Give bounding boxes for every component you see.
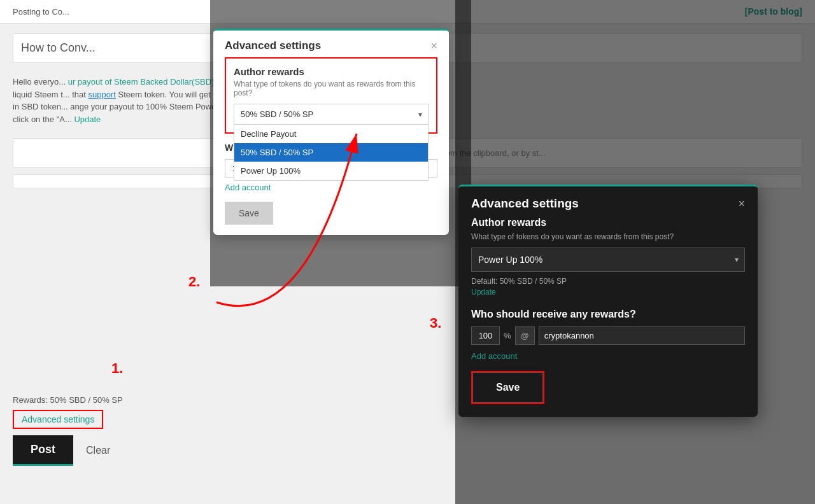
post-button[interactable]: Post: [13, 435, 73, 466]
at-symbol-2: @: [515, 326, 535, 345]
dropdown-option-powerup[interactable]: Power Up 100%: [234, 162, 428, 180]
modal-1-header: Advanced settings ×: [213, 31, 449, 57]
modal-2-close-button[interactable]: ×: [738, 198, 745, 209]
rewards-dropdown-wrapper-1: 50% SBD / 50% SP ▾ Decline Payout 50% SB…: [234, 104, 429, 125]
step-3-label: 3.: [430, 315, 441, 332]
author-rewards-title-1: Author rewards: [234, 66, 429, 77]
default-info-2: Default: 50% SBD / 50% SP: [471, 277, 745, 286]
rewards-section-title-2: Who should receive any rewards?: [471, 309, 745, 320]
author-rewards-desc-2: What type of tokens do you want as rewar…: [471, 232, 745, 241]
header-title: Posting to Co...: [13, 7, 69, 17]
rewards-dropdown-2[interactable]: Power Up 100%: [471, 248, 745, 272]
modal-2-body: Author rewards What type of tokens do yo…: [458, 217, 758, 417]
save-button-1[interactable]: Save: [225, 202, 273, 225]
step-1-label: 1.: [111, 360, 123, 377]
author-rewards-title-2: Author rewards: [471, 217, 745, 228]
modal-advanced-settings-1: Advanced settings × Author rewards What …: [213, 29, 449, 235]
modal-2-header: Advanced settings ×: [458, 186, 758, 217]
rewards-dropdown-1[interactable]: 50% SBD / 50% SP: [234, 104, 429, 125]
author-rewards-section-1: Author rewards What type of tokens do yo…: [225, 57, 437, 134]
account-input-2[interactable]: [539, 326, 745, 345]
update-link-2[interactable]: Update: [471, 288, 496, 297]
rewards-section-2: Who should receive any rewards? % @ Add …: [471, 309, 745, 361]
modal-1-close-button[interactable]: ×: [430, 40, 437, 52]
dropdown-option-50-50[interactable]: 50% SBD / 50% SP: [234, 143, 428, 162]
add-account-link-2[interactable]: Add account: [471, 351, 745, 361]
step-2-label: 2.: [188, 274, 200, 290]
modal-advanced-settings-2: Advanced settings × Author rewards What …: [458, 185, 758, 417]
modal-1-title: Advanced settings: [225, 39, 321, 52]
advanced-settings-trigger[interactable]: Advanced settings: [13, 410, 103, 429]
rewards-dropdown-wrapper-2: Power Up 100% ▾: [471, 248, 745, 272]
add-account-link-1[interactable]: Add account: [225, 183, 271, 192]
dropdown-option-decline[interactable]: Decline Payout: [234, 125, 428, 143]
author-rewards-desc-1: What type of tokens do you want as rewar…: [234, 80, 429, 97]
save-button-2[interactable]: Save: [472, 372, 543, 403]
save-button-wrapper-2: Save: [471, 371, 544, 404]
modal-1-body: Author rewards What type of tokens do yo…: [213, 57, 449, 235]
percent-label-2: %: [504, 331, 511, 340]
rewards-row-2: % @: [471, 326, 745, 345]
modal-2-title: Advanced settings: [471, 197, 579, 211]
rewards-percent-input-2[interactable]: [471, 326, 500, 345]
clear-button[interactable]: Clear: [86, 445, 110, 456]
dropdown-open-list-1: Decline Payout 50% SBD / 50% SP Power Up…: [234, 125, 429, 181]
